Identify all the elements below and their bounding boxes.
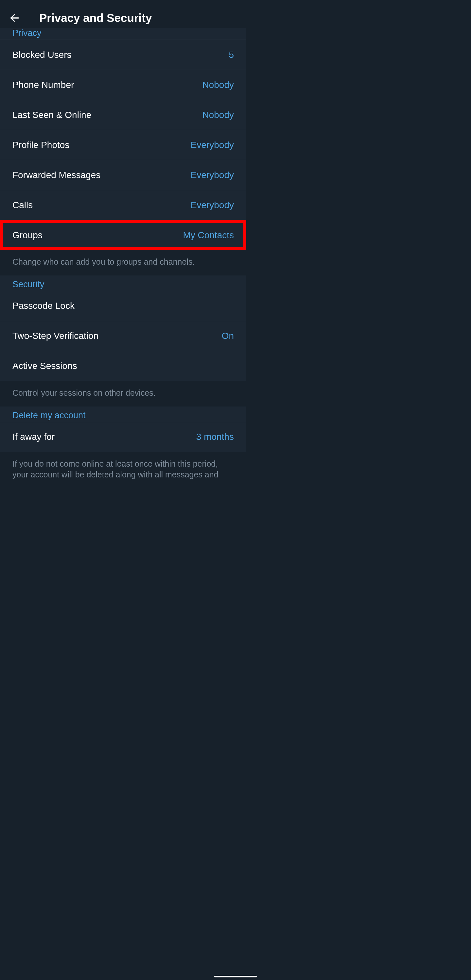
row-if-away[interactable]: If away for 3 months [0, 422, 246, 452]
label-sessions: Active Sessions [13, 361, 77, 371]
section-header-privacy: Privacy [0, 28, 246, 40]
section-privacy: Privacy Blocked Users 5 Phone Number Nob… [0, 28, 246, 250]
row-sessions[interactable]: Active Sessions [0, 351, 246, 381]
value-calls: Everybody [191, 200, 234, 210]
section-security: Security Passcode Lock Two-Step Verifica… [0, 275, 246, 381]
section-header-security: Security [0, 275, 246, 291]
description-privacy: Change who can add you to groups and cha… [0, 250, 246, 275]
label-passcode: Passcode Lock [13, 301, 75, 311]
section-header-delete: Delete my account [0, 407, 246, 422]
section-delete: Delete my account If away for 3 months [0, 407, 246, 452]
label-phone-number: Phone Number [13, 80, 74, 90]
row-profile-photos[interactable]: Profile Photos Everybody [0, 130, 246, 160]
row-last-seen[interactable]: Last Seen & Online Nobody [0, 100, 246, 130]
value-profile-photos: Everybody [191, 140, 234, 150]
description-delete: If you do not come online at least once … [0, 452, 246, 488]
value-blocked-users: 5 [228, 50, 234, 60]
label-last-seen: Last Seen & Online [13, 110, 91, 120]
back-icon[interactable] [6, 10, 23, 26]
value-forwarded: Everybody [191, 170, 234, 180]
label-groups: Groups [13, 230, 43, 240]
value-groups: My Contacts [183, 230, 234, 240]
label-blocked-users: Blocked Users [13, 50, 72, 60]
row-groups[interactable]: Groups My Contacts [0, 220, 246, 250]
value-two-step: On [222, 331, 234, 341]
label-two-step: Two-Step Verification [13, 331, 99, 341]
value-if-away: 3 months [196, 432, 234, 442]
label-if-away: If away for [13, 432, 54, 442]
page-title: Privacy and Security [39, 11, 152, 24]
value-phone-number: Nobody [202, 80, 234, 90]
row-passcode[interactable]: Passcode Lock [0, 291, 246, 321]
row-blocked-users[interactable]: Blocked Users 5 [0, 40, 246, 70]
label-profile-photos: Profile Photos [13, 140, 69, 150]
description-security: Control your sessions on other devices. [0, 381, 246, 407]
row-calls[interactable]: Calls Everybody [0, 190, 246, 220]
row-two-step[interactable]: Two-Step Verification On [0, 321, 246, 351]
row-forwarded[interactable]: Forwarded Messages Everybody [0, 160, 246, 190]
row-phone-number[interactable]: Phone Number Nobody [0, 70, 246, 100]
label-forwarded: Forwarded Messages [13, 170, 101, 180]
value-last-seen: Nobody [202, 110, 234, 120]
label-calls: Calls [13, 200, 33, 210]
